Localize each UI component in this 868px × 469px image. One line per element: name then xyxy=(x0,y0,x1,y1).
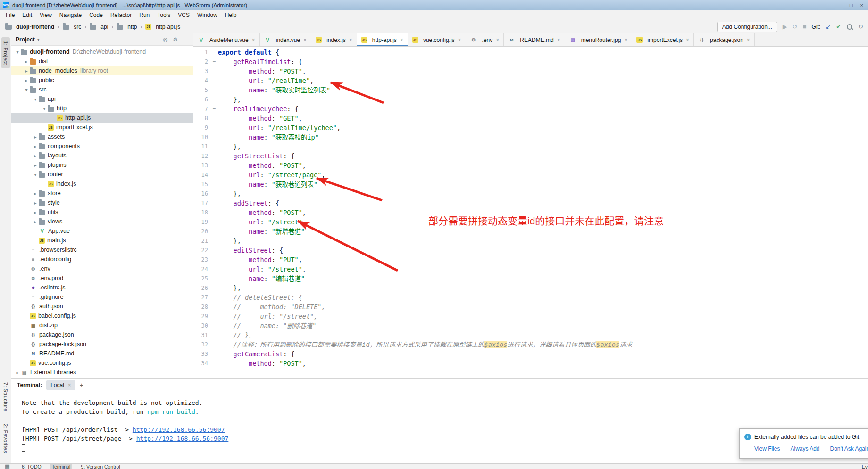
menu-code[interactable]: Code xyxy=(85,10,107,20)
chevron-down-icon[interactable]: ▾ xyxy=(23,87,30,92)
close-icon[interactable]: × xyxy=(458,37,461,43)
tree-item[interactable]: JShttp-api.js xyxy=(11,113,193,123)
close-button[interactable]: × xyxy=(860,2,863,8)
breadcrumb-item[interactable]: src xyxy=(61,23,83,31)
tree-item[interactable]: {}package-lock.json xyxy=(11,339,193,349)
menu-help[interactable]: Help xyxy=(221,10,241,20)
statusbar-item-9-version-control[interactable]: 9: Version Control xyxy=(79,464,122,469)
tree-item[interactable]: ▸▤External Libraries xyxy=(11,368,193,377)
run-button[interactable]: ▶ xyxy=(783,23,787,30)
minimize-button[interactable]: — xyxy=(837,2,842,8)
editor-tab[interactable]: Vindex.vue× xyxy=(260,33,311,46)
menu-vcs[interactable]: VCS xyxy=(174,10,193,20)
statusbar-item-6-todo[interactable]: 6: TODO xyxy=(20,464,43,469)
code-editor[interactable]: 1−export default {2− getRealTimeList: {3… xyxy=(193,47,868,378)
fold-marker[interactable]: − xyxy=(210,293,218,302)
tree-item[interactable]: {}package.json xyxy=(11,330,193,339)
chevron-right-icon[interactable]: ▸ xyxy=(32,210,39,215)
tool-window-structure-button[interactable]: 7: Structure xyxy=(1,378,10,415)
editor-tab[interactable]: MREADME.md× xyxy=(504,33,565,46)
fold-marker[interactable]: − xyxy=(210,349,218,359)
close-icon[interactable]: × xyxy=(68,382,71,388)
tree-item[interactable]: ▸components xyxy=(11,141,193,151)
editor-tab[interactable]: JShttp-api.js× xyxy=(357,33,408,46)
tree-item[interactable]: JSindex.js xyxy=(11,179,193,189)
tree-item[interactable]: ▦dist.zip xyxy=(11,321,193,330)
tree-item[interactable]: ⚙.env xyxy=(11,264,193,273)
chevron-right-icon[interactable]: ▸ xyxy=(23,78,30,83)
fold-marker[interactable]: − xyxy=(210,57,218,66)
tree-item[interactable]: ▾duoji-frontendD:\zheheWeb\duoji-fronten… xyxy=(11,47,193,57)
git-update-icon[interactable]: ↙ xyxy=(826,23,831,30)
chevron-right-icon[interactable]: ▸ xyxy=(14,370,21,375)
tree-item[interactable]: ▸views xyxy=(11,217,193,226)
tree-item[interactable]: MREADME.md xyxy=(11,349,193,358)
close-icon[interactable]: × xyxy=(747,37,750,43)
breadcrumb-item[interactable]: JShttp-api.js xyxy=(144,23,182,31)
statusbar-item-event-log[interactable]: Event Log xyxy=(860,464,868,469)
menu-tools[interactable]: Tools xyxy=(153,10,174,20)
close-icon[interactable]: × xyxy=(303,37,307,43)
tree-item[interactable]: ▾src xyxy=(11,85,193,94)
close-icon[interactable]: × xyxy=(252,37,255,43)
chevron-down-icon[interactable]: ▾ xyxy=(32,172,39,177)
editor-tab[interactable]: JSimportExcel.js× xyxy=(632,33,694,46)
tree-item[interactable]: ▸assets xyxy=(11,132,193,141)
add-configuration-button[interactable]: Add Configuration... xyxy=(717,22,777,32)
menu-view[interactable]: View xyxy=(36,10,56,20)
fold-marker[interactable]: − xyxy=(210,246,218,255)
close-icon[interactable]: × xyxy=(624,37,627,43)
tree-item[interactable]: JSimportExcel.js xyxy=(11,123,193,132)
statusbar-item-terminal[interactable]: Terminal xyxy=(50,464,73,469)
history-icon[interactable]: ↻ xyxy=(858,23,863,30)
locate-file-button[interactable]: ◎ xyxy=(163,36,167,43)
stop-button[interactable]: ■ xyxy=(803,23,807,30)
editor-tab[interactable]: JSvue.config.js× xyxy=(408,33,466,46)
menu-edit[interactable]: Edit xyxy=(18,10,36,20)
editor-tab[interactable]: ▨menuRouter.jpg× xyxy=(565,33,633,46)
chevron-right-icon[interactable]: ▸ xyxy=(32,134,39,140)
notification-link[interactable]: View Files xyxy=(754,445,780,452)
tree-item[interactable]: ≡.browserslistrc xyxy=(11,245,193,255)
search-icon[interactable] xyxy=(846,24,853,30)
close-icon[interactable]: × xyxy=(400,37,403,43)
menu-run[interactable]: Run xyxy=(135,10,153,20)
fold-marker[interactable]: − xyxy=(210,104,218,114)
tree-item[interactable]: ▸utils xyxy=(11,207,193,217)
tree-item[interactable]: ≡.gitignore xyxy=(11,292,193,302)
tree-item[interactable]: ▸plugins xyxy=(11,160,193,170)
maximize-button[interactable]: □ xyxy=(850,2,853,8)
menu-navigate[interactable]: Navigate xyxy=(56,10,85,20)
close-icon[interactable]: × xyxy=(557,37,560,43)
fold-marker[interactable]: − xyxy=(210,151,218,161)
breadcrumb-item[interactable]: http xyxy=(115,23,138,31)
git-commit-icon[interactable]: ✔ xyxy=(836,23,841,30)
hide-panel-button[interactable]: — xyxy=(183,36,189,43)
tree-item[interactable]: ▸style xyxy=(11,198,193,207)
new-terminal-button[interactable]: + xyxy=(80,381,83,389)
chevron-right-icon[interactable]: ▸ xyxy=(32,200,39,206)
chevron-right-icon[interactable]: ▸ xyxy=(32,219,39,224)
tree-item[interactable]: JSvue.config.js xyxy=(11,358,193,368)
editor-tab[interactable]: {}package.json× xyxy=(694,33,755,46)
menu-file[interactable]: File xyxy=(2,10,18,20)
terminal-link[interactable]: http://192.168.66.56:9007 xyxy=(133,426,225,433)
tree-item[interactable]: ▸store xyxy=(11,189,193,198)
breadcrumb-item[interactable]: duoji-frontend xyxy=(4,23,56,31)
chevron-right-icon[interactable]: ▸ xyxy=(23,59,30,64)
tree-item[interactable]: ▸layouts xyxy=(11,151,193,160)
terminal-tab-local[interactable]: Local× xyxy=(46,380,75,390)
tool-window-project-button[interactable]: 1: Project xyxy=(1,37,10,68)
fold-marker[interactable]: − xyxy=(210,48,218,57)
editor-tab[interactable]: JSindex.js× xyxy=(311,33,357,46)
chevron-right-icon[interactable]: ▸ xyxy=(32,144,39,149)
project-panel-title[interactable]: Project▾ xyxy=(16,36,40,43)
chevron-down-icon[interactable]: ▾ xyxy=(41,106,48,111)
editor-tab[interactable]: VAsideMenu.vue× xyxy=(193,33,260,46)
tree-item[interactable]: VApp.vue xyxy=(11,226,193,236)
tree-item[interactable]: ▾router xyxy=(11,170,193,179)
chevron-down-icon[interactable]: ▾ xyxy=(14,49,21,55)
tree-item[interactable]: ▸public xyxy=(11,75,193,85)
menu-refactor[interactable]: Refactor xyxy=(107,10,135,20)
tree-item[interactable]: ▾api xyxy=(11,94,193,104)
